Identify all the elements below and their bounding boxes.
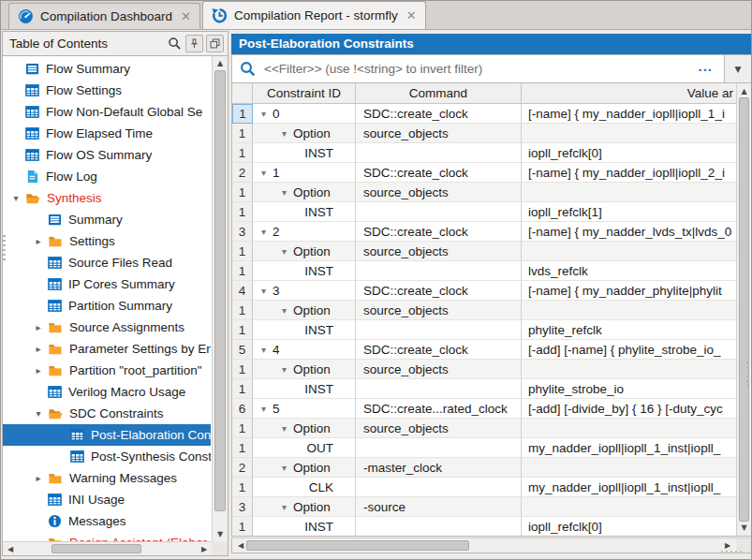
value-cell[interactable] — [522, 497, 737, 517]
value-cell[interactable]: [-name] { my_nadder_iopll|iopll_1_i — [522, 104, 737, 124]
constraint-id-cell[interactable]: ▾2 — [253, 222, 356, 242]
command-cell[interactable] — [356, 379, 522, 399]
dock-splitter-handle[interactable] — [3, 235, 6, 263]
row-number[interactable]: 4 — [232, 281, 253, 301]
dock-splitter-handle[interactable] — [746, 361, 749, 390]
expander-icon[interactable]: ▾ — [282, 502, 287, 512]
toc-item-design-assistant-elabor[interactable]: ▸Design Assistant (Elabor — [3, 532, 211, 541]
command-cell[interactable] — [356, 438, 522, 458]
expander-icon[interactable]: ▾ — [282, 305, 287, 316]
restore-window-icon[interactable] — [206, 35, 224, 52]
command-cell[interactable]: SDC::create_clock — [356, 340, 522, 360]
constraint-id-cell[interactable]: INST — [253, 202, 356, 222]
constraint-id-cell[interactable]: ▾Option — [253, 301, 356, 320]
constraint-id-cell[interactable]: ▾Option — [253, 124, 356, 143]
toc-item-source-assignments[interactable]: ▸Source Assignments — [3, 317, 211, 338]
close-icon[interactable]: ✕ — [181, 9, 191, 23]
scroll-left-icon[interactable]: ◀ — [5, 542, 16, 556]
expander-icon[interactable]: ▸ — [29, 322, 48, 332]
value-cell[interactable] — [522, 124, 737, 143]
row-number[interactable]: 1 — [232, 301, 253, 320]
expander-icon[interactable]: ▾ — [282, 246, 287, 257]
expander-icon[interactable]: ▸ — [29, 365, 48, 376]
toc-horizontal-scrollbar[interactable]: ◀ ▶ — [3, 541, 212, 555]
expander-icon[interactable]: ▾ — [282, 463, 287, 473]
toc-item-flow-summary[interactable]: Flow Summary — [3, 58, 211, 80]
constraint-id-cell[interactable]: ▾Option — [253, 497, 356, 517]
expander-icon[interactable]: ▾ — [261, 345, 266, 355]
scroll-down-icon[interactable]: ▼ — [737, 522, 751, 534]
header-constraint-id[interactable]: Constraint ID — [253, 83, 356, 104]
expander-icon[interactable]: ▾ — [261, 109, 266, 119]
close-icon[interactable]: ✕ — [406, 8, 417, 22]
row-number[interactable]: 3 — [232, 497, 253, 517]
command-cell[interactable]: source_objects — [356, 183, 522, 202]
command-cell[interactable]: SDC::create_clock — [356, 163, 522, 183]
value-cell[interactable]: iopll_refclk[0] — [522, 517, 737, 537]
constraint-id-cell[interactable]: ▾3 — [253, 281, 356, 301]
constraint-id-cell[interactable]: ▾Option — [253, 419, 356, 438]
expander-icon[interactable]: ▾ — [261, 227, 266, 237]
row-number[interactable]: 1 — [232, 379, 253, 399]
toc-item-flow-log[interactable]: Flow Log — [3, 166, 211, 187]
command-cell[interactable]: SDC::create...rated_clock — [356, 399, 522, 419]
value-cell[interactable] — [522, 360, 737, 379]
table-horizontal-scrollbar[interactable]: ◀ ▶ — [231, 538, 752, 553]
toc-vertical-scrollbar[interactable]: ▲ ▼ — [212, 56, 228, 541]
tab-compilation-report[interactable]: Compilation Report - stormfly ✕ — [202, 1, 426, 29]
constraint-id-cell[interactable]: INST — [253, 320, 356, 340]
constraint-id-cell[interactable]: ▾Option — [253, 458, 356, 478]
filter-more-button[interactable]: ... — [692, 58, 724, 80]
value-cell[interactable]: phylite_strobe_io — [522, 379, 737, 399]
scrollbar-thumb[interactable] — [52, 544, 141, 553]
toc-item-summary[interactable]: Summary — [3, 209, 211, 230]
header-value[interactable]: Value ar — [522, 83, 737, 104]
expander-icon[interactable]: ▾ — [282, 187, 287, 198]
toc-item-settings[interactable]: ▸Settings — [3, 230, 211, 252]
row-number[interactable]: 1 — [232, 478, 253, 497]
command-cell[interactable] — [356, 320, 522, 340]
constraint-id-cell[interactable]: ▾Option — [253, 360, 356, 379]
toc-item-ip-cores-summary[interactable]: IP Cores Summary — [3, 273, 211, 295]
row-number[interactable]: 1 — [232, 242, 253, 261]
toc-item-partition-root-partition[interactable]: ▸Partition "root_partition" — [3, 360, 211, 381]
search-icon[interactable] — [167, 36, 183, 52]
constraint-id-cell[interactable]: INST — [253, 143, 356, 163]
toc-item-post-elaboration-con[interactable]: Post-Elaboration Con — [3, 424, 211, 446]
value-cell[interactable]: iopll_refclk[0] — [522, 143, 737, 163]
toc-item-ini-usage[interactable]: INI Usage — [3, 489, 211, 510]
value-cell[interactable]: [-add] [-divide_by] { 16 } [-duty_cyc — [522, 399, 737, 419]
expander-icon[interactable]: ▾ — [282, 364, 287, 375]
command-cell[interactable]: source_objects — [356, 360, 522, 379]
command-cell[interactable]: -master_clock — [356, 458, 522, 478]
command-cell[interactable] — [356, 261, 522, 281]
value-cell[interactable]: [-add] [-name] { phylite_strobe_io_ — [522, 340, 737, 360]
value-cell[interactable]: my_nadder_iopll|iopll_1_inst|iopll_ — [522, 438, 737, 458]
value-cell[interactable]: iopll_refclk[1] — [522, 202, 737, 222]
expander-icon[interactable]: ▸ — [29, 473, 48, 483]
command-cell[interactable]: source_objects — [356, 301, 522, 320]
value-cell[interactable] — [522, 419, 737, 438]
row-number[interactable]: 2 — [232, 458, 253, 478]
toc-item-warning-messages[interactable]: ▸Warning Messages — [3, 467, 211, 489]
row-number[interactable]: 6 — [232, 399, 253, 419]
command-cell[interactable] — [356, 478, 522, 497]
scrollbar-thumb[interactable] — [739, 97, 749, 522]
constraint-id-cell[interactable]: INST — [253, 517, 356, 537]
row-number[interactable]: 1 — [232, 124, 253, 143]
command-cell[interactable]: -source — [356, 497, 522, 517]
pin-icon[interactable] — [185, 35, 203, 52]
command-cell[interactable] — [356, 143, 522, 163]
scroll-up-icon[interactable]: ▲ — [737, 85, 751, 97]
scrollbar-thumb[interactable] — [246, 540, 469, 551]
scroll-down-icon[interactable]: ▼ — [213, 528, 228, 540]
toc-item-verilog-macro-usage[interactable]: Verilog Macro Usage — [3, 381, 211, 403]
row-number[interactable]: 1 — [232, 202, 253, 222]
expander-icon[interactable]: ▾ — [261, 286, 266, 296]
row-number[interactable]: 3 — [232, 222, 253, 242]
table-vertical-scrollbar[interactable]: ▲ ▼ — [736, 83, 751, 536]
value-cell[interactable]: [-name] { my_nadder_iopll|iopll_2_i — [522, 163, 737, 183]
filter-input[interactable] — [262, 61, 692, 77]
row-number[interactable]: 1 — [232, 360, 253, 379]
toc-item-synthesis[interactable]: ▾Synthesis — [3, 187, 211, 209]
